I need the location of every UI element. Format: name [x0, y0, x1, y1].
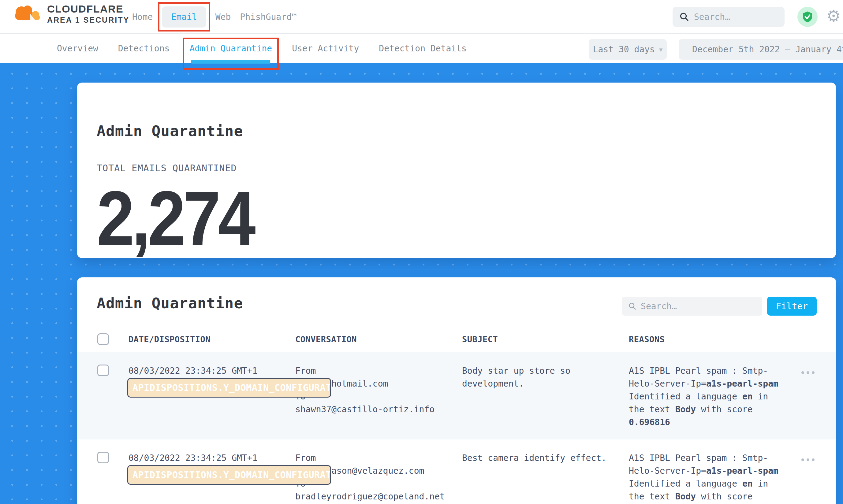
col-date-disposition: DATE/DISPOSITION	[128, 335, 295, 344]
table-header-row: DATE/DISPOSITION CONVERSATION SUBJECT RE…	[77, 326, 836, 352]
email-subnav: Overview Detections Admin Quarantine Use…	[0, 34, 843, 63]
col-reasons: REASONS	[629, 335, 786, 344]
chevron-down-icon: ▼	[659, 46, 663, 53]
metric-value: 2,274	[97, 180, 253, 257]
search-icon	[628, 302, 636, 311]
to-address: shawn37@castillo-ortiz.info	[295, 403, 462, 416]
table-search[interactable]	[622, 296, 762, 316]
reasons-cell: A1S IPBL Pearl spam : Smtp-Helo-Server-I…	[629, 364, 786, 429]
metric-label: TOTAL EMAILS QUARANTINED	[97, 163, 236, 174]
subnav-tabs: Overview Detections Admin Quarantine Use…	[57, 34, 467, 63]
nav-item-phishguard[interactable]: PhishGuard™	[240, 12, 297, 22]
nav-item-web[interactable]: Web	[215, 12, 231, 22]
period-selector[interactable]: Last 30 days ▼	[589, 39, 667, 60]
table-row: 08/03/2022 23:34:25 GMT+1 From whardy@ho…	[77, 352, 836, 439]
subject-cell: Best camera identify effect.	[462, 452, 629, 465]
select-all-checkbox[interactable]	[97, 334, 109, 345]
summary-card: Admin Quarantine TOTAL EMAILS QUARANTINE…	[77, 83, 836, 258]
to-address: bradleyrodriguez@copeland.net	[295, 490, 462, 503]
reasons-cell: A1S IPBL Pearl spam : Smtp-Helo-Server-I…	[629, 452, 786, 504]
global-search[interactable]	[672, 7, 785, 27]
col-subject: SUBJECT	[462, 335, 629, 344]
date-cell: 08/03/2022 23:34:25 GMT+1	[128, 452, 295, 465]
col-conversation: CONVERSATION	[295, 335, 462, 344]
row-checkbox[interactable]	[97, 364, 109, 376]
date-range-picker[interactable]: December 5th 2022 — January 4th 2023	[679, 39, 843, 60]
row-actions-menu-icon[interactable]	[800, 368, 836, 377]
row-actions-menu-icon[interactable]	[800, 455, 836, 464]
protection-status-badge[interactable]	[797, 7, 818, 27]
search-input[interactable]	[694, 12, 778, 22]
disposition-badge: APIDISPOSITIONS.Y_DOMAIN_CONFIGURATION	[127, 378, 331, 398]
brand: CLOUDFLARE AREA 1 SECURITY	[12, 3, 129, 24]
nav-item-home[interactable]: Home	[132, 12, 153, 22]
tab-user-activity[interactable]: User Activity	[292, 34, 359, 63]
subject-cell: Body star up store so development.	[462, 364, 629, 390]
disposition-badge: APIDISPOSITIONS.Y_DOMAIN_CONFIGURATION	[127, 465, 331, 485]
quarantine-table: DATE/DISPOSITION CONVERSATION SUBJECT RE…	[77, 326, 836, 504]
table-row: 08/03/2022 23:34:25 GMT+1 From maddenjas…	[77, 439, 836, 504]
settings-gear-icon[interactable]: ⚙︎	[826, 5, 841, 27]
top-header: CLOUDFLARE AREA 1 SECURITY Home Email We…	[0, 0, 843, 34]
search-icon	[679, 12, 689, 22]
top-navigation: Home Email Web PhishGuard™	[132, 0, 297, 34]
summary-card-title: Admin Quarantine	[97, 122, 243, 140]
tab-detections[interactable]: Detections	[118, 34, 170, 63]
row-checkbox[interactable]	[97, 452, 109, 463]
brand-subtitle: AREA 1 SECURITY	[47, 16, 129, 24]
cloudflare-logo-icon	[12, 3, 41, 24]
area1-dashboard: { "header": { "brand_name": "CLOUDFLARE"…	[0, 0, 843, 504]
tab-detection-details[interactable]: Detection Details	[379, 34, 467, 63]
filter-button[interactable]: Filter	[767, 296, 817, 316]
nav-item-email[interactable]: Email	[162, 6, 206, 28]
tab-overview[interactable]: Overview	[57, 34, 98, 63]
brand-name: CLOUDFLARE	[47, 4, 129, 14]
shield-check-icon	[802, 11, 814, 23]
table-card-title: Admin Quarantine	[97, 294, 243, 312]
table-search-input[interactable]	[641, 301, 756, 311]
quarantine-table-card: Admin Quarantine Filter DATE/DISPOSITION…	[77, 277, 836, 504]
date-cell: 08/03/2022 23:34:25 GMT+1	[128, 364, 295, 377]
tab-admin-quarantine[interactable]: Admin Quarantine	[189, 34, 272, 63]
